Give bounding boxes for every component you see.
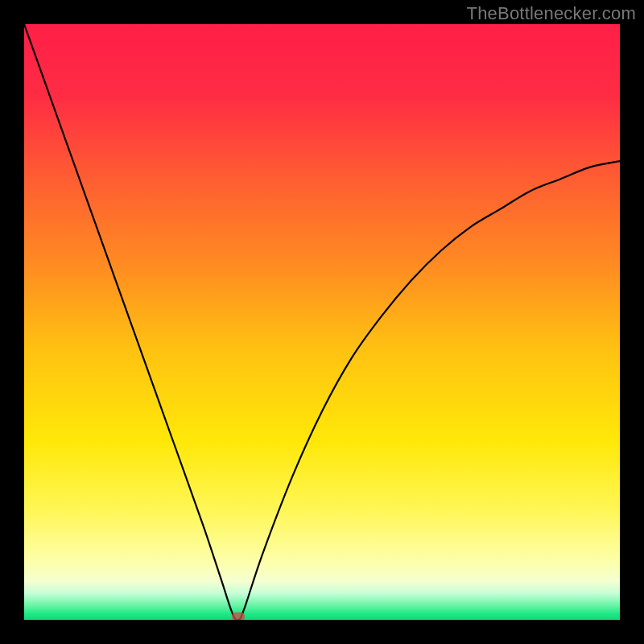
chart-frame: TheBottlenecker.com (0, 0, 644, 644)
bottleneck-curve (24, 24, 620, 620)
plot-area (24, 24, 620, 620)
watermark-text: TheBottlenecker.com (467, 3, 636, 24)
optimal-marker-icon (232, 613, 245, 620)
